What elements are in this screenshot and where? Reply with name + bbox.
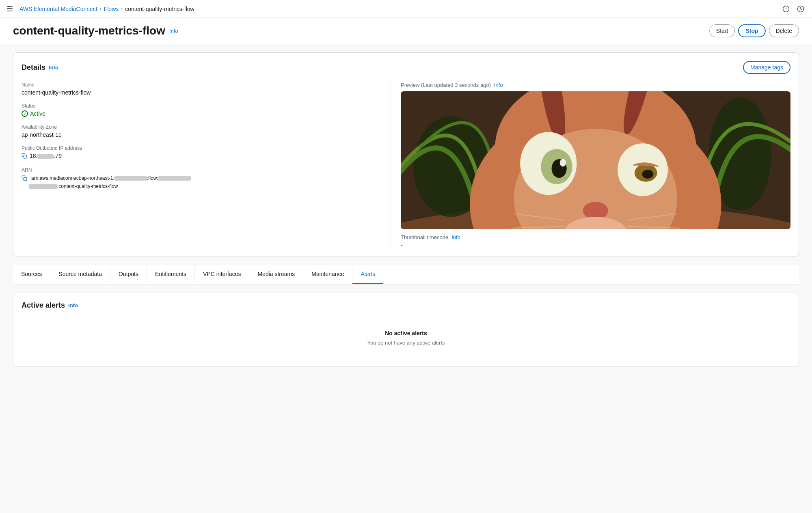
preview-thumbnail-svg xyxy=(401,91,790,229)
alerts-heading: Active alerts xyxy=(22,301,65,310)
arn-label: ARN xyxy=(22,167,382,173)
tab-sources[interactable]: Sources xyxy=(13,265,50,284)
top-navigation: ☰ AWS Elemental MediaConnect › Flows › c… xyxy=(0,0,812,18)
tab-alerts[interactable]: Alerts xyxy=(352,265,383,284)
tab-maintenance[interactable]: Maintenance xyxy=(303,265,352,284)
arn-copy-icon[interactable] xyxy=(22,175,27,181)
details-card: Details Info Manage tags Name content-qu… xyxy=(13,52,799,257)
public-ip-label: Public Outbound IP address xyxy=(22,145,382,151)
start-button[interactable]: Start xyxy=(709,24,735,37)
page-header: content-quality-metrics-flow Info Start … xyxy=(0,18,812,44)
tabs-container: Sources Source metadata Outputs Entitlem… xyxy=(13,265,799,285)
nav-right-icons xyxy=(781,4,806,14)
alerts-info-link[interactable]: Info xyxy=(68,302,78,308)
tab-entitlements[interactable]: Entitlements xyxy=(147,265,195,284)
tab-source-metadata[interactable]: Source metadata xyxy=(50,265,110,284)
manage-tags-button[interactable]: Manage tags xyxy=(743,61,790,74)
status-text: Active xyxy=(30,110,45,117)
thumbnail-timecode-label: Thumbnail timecode Info xyxy=(401,234,790,240)
name-value: content-quality-metrics-flow xyxy=(22,89,382,96)
details-heading: Details xyxy=(22,63,45,72)
details-right-column: Preview (Last updated 3 seconds ago) Inf… xyxy=(391,82,790,248)
clock-nav-icon[interactable] xyxy=(796,4,806,14)
tab-outputs[interactable]: Outputs xyxy=(110,265,147,284)
svg-rect-4 xyxy=(24,155,27,158)
stop-button[interactable]: Stop xyxy=(738,24,765,37)
public-ip-text: 18..79 xyxy=(30,153,62,159)
name-label: Name xyxy=(22,82,382,88)
service-link[interactable]: AWS Elemental MediaConnect xyxy=(19,6,97,12)
action-buttons: Start Stop Delete xyxy=(709,24,799,37)
no-alerts-container: No active alerts You do not have any act… xyxy=(22,318,790,358)
arn-line2: :content-quality-metrics-flow xyxy=(22,183,382,190)
thumbnail-timecode-value: - xyxy=(401,242,790,248)
copy-icon[interactable] xyxy=(22,153,27,159)
status-label: Status xyxy=(22,103,382,109)
flows-link[interactable]: Flows xyxy=(104,6,119,12)
svg-point-23 xyxy=(642,170,654,179)
preview-label-text: Preview (Last updated 3 seconds ago) xyxy=(401,82,491,88)
details-title: Details Info xyxy=(22,63,58,72)
az-label: Availability Zone xyxy=(22,124,382,130)
hamburger-menu-icon[interactable]: ☰ xyxy=(6,4,13,13)
availability-zone-field: Availability Zone ap-northeast-1c xyxy=(22,124,382,138)
tabs-list: Sources Source metadata Outputs Entitlem… xyxy=(13,265,799,284)
status-value: Active xyxy=(22,110,382,117)
details-info-link[interactable]: Info xyxy=(49,65,58,71)
svg-rect-5 xyxy=(24,177,27,181)
status-field: Status Active xyxy=(22,103,382,117)
arn-line1: arn:aws:mediaconnect:ap-northeast-1::flo… xyxy=(31,175,191,182)
tab-media-streams[interactable]: Media streams xyxy=(249,265,303,284)
details-left-column: Name content-quality-metrics-flow Status… xyxy=(22,82,391,248)
arn-field: ARN arn:aws:mediaconnect:ap-northeast-1:… xyxy=(22,167,382,190)
page-info-link[interactable]: Info xyxy=(169,28,178,34)
svg-point-21 xyxy=(560,159,566,167)
svg-point-24 xyxy=(583,202,608,219)
no-alerts-description: You do not have any active alerts xyxy=(34,340,778,346)
name-field: Name content-quality-metrics-flow xyxy=(22,82,382,96)
alerts-title: Active alerts Info xyxy=(22,301,790,310)
current-page: content-quality-metrics-flow xyxy=(125,6,194,12)
preview-image xyxy=(401,91,790,229)
main-content: Details Info Manage tags Name content-qu… xyxy=(0,44,812,375)
status-active-icon xyxy=(22,110,28,117)
thumbnail-timecode-info-link[interactable]: Info xyxy=(451,234,460,240)
preview-info-link[interactable]: Info xyxy=(494,82,503,88)
breadcrumb-sep-2: › xyxy=(121,6,123,12)
details-content: Name content-quality-metrics-flow Status… xyxy=(22,82,790,248)
public-ip-field: Public Outbound IP address 18..79 xyxy=(22,145,382,160)
breadcrumb: AWS Elemental MediaConnect › Flows › con… xyxy=(19,6,194,12)
az-value: ap-northeast-1c xyxy=(22,131,382,138)
arn-copy-row: arn:aws:mediaconnect:ap-northeast-1::flo… xyxy=(22,175,191,182)
public-ip-value: 18..79 xyxy=(22,153,62,159)
page-title-area: content-quality-metrics-flow Info xyxy=(13,24,178,37)
breadcrumb-sep-1: › xyxy=(100,6,102,12)
thumbnail-timecode-area: Thumbnail timecode Info - xyxy=(401,234,790,248)
info-nav-icon[interactable] xyxy=(781,4,791,14)
no-alerts-title: No active alerts xyxy=(34,330,778,336)
delete-button[interactable]: Delete xyxy=(769,24,799,37)
page-title: content-quality-metrics-flow xyxy=(13,24,165,37)
preview-label: Preview (Last updated 3 seconds ago) Inf… xyxy=(401,82,790,88)
details-header: Details Info Manage tags xyxy=(22,61,790,74)
alerts-card: Active alerts Info No active alerts You … xyxy=(13,293,799,366)
thumbnail-timecode-text: Thumbnail timecode xyxy=(401,234,448,240)
tab-vpc-interfaces[interactable]: VPC interfaces xyxy=(195,265,249,284)
